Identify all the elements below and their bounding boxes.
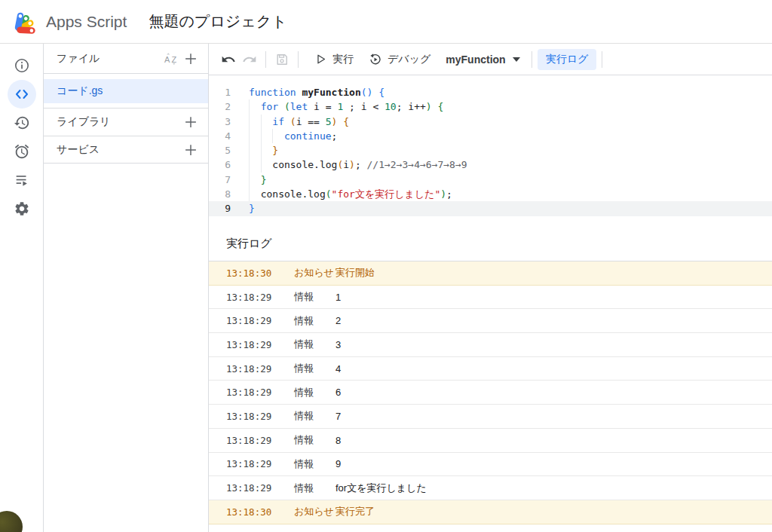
line-number: 1 — [209, 85, 240, 99]
code-line[interactable]: 6 console.log(i); //1→2→3→4→6→7→8→9 — [209, 157, 772, 172]
code-line[interactable]: 3 if (i == 5) { — [209, 115, 772, 129]
log-type: 情報 — [294, 386, 335, 399]
log-message: 3 — [335, 339, 341, 350]
log-type: 情報 — [294, 482, 335, 495]
code-line[interactable]: 2 for (let i = 1 ; i < 10; i++) { — [209, 99, 772, 114]
code-icon — [13, 85, 31, 103]
code-text: function myFunction() { — [240, 85, 384, 99]
log-message: 7 — [335, 411, 341, 422]
apps-script-logo-icon[interactable] — [12, 8, 39, 35]
log-time: 13:18:29 — [226, 339, 294, 350]
nav-settings[interactable] — [8, 194, 36, 223]
log-type: お知らせ — [294, 505, 335, 518]
run-button[interactable]: 実行 — [310, 49, 358, 70]
log-message: 4 — [335, 363, 341, 375]
divider — [265, 51, 266, 68]
log-time: 13:18:29 — [226, 435, 294, 446]
code-text: console.log("for文を実行しました"); — [240, 187, 452, 201]
add-file-button[interactable] — [181, 49, 201, 69]
log-row: 13:18:29情報7 — [209, 405, 772, 429]
main-area: 実行 デバッグ myFunction 実行ログ 1function myFunc… — [209, 44, 772, 532]
section-libraries: ライブラリ — [44, 108, 208, 136]
code-text: console.log(i); //1→2→3→4→6→7→8→9 — [240, 157, 467, 172]
log-row: 13:18:30お知らせ実行完了 — [209, 500, 772, 524]
log-row: 13:18:29情報4 — [209, 357, 772, 381]
log-time: 13:18:29 — [226, 363, 294, 375]
line-number: 6 — [209, 157, 240, 172]
code-line[interactable]: 7 } — [209, 173, 772, 187]
save-button[interactable] — [271, 49, 293, 70]
log-row: 13:18:29情報6 — [209, 381, 772, 405]
top-bar: Apps Script 無題のプロジェクト — [0, 0, 772, 44]
project-title[interactable]: 無題のプロジェクト — [149, 11, 286, 32]
code-line[interactable]: 8 console.log("for文を実行しました"); — [209, 187, 772, 201]
libraries-label: ライブラリ — [57, 115, 181, 129]
log-row: 13:18:29情報for文を実行しました — [209, 476, 772, 500]
files-header-label: ファイル — [57, 52, 161, 66]
sort-files-button[interactable]: AZ — [161, 49, 181, 69]
log-panel-title: 実行ログ — [209, 226, 772, 261]
code-lines: 1function myFunction() {2 for (let i = 1… — [209, 85, 772, 216]
chevron-down-icon — [513, 57, 520, 62]
undo-button[interactable] — [218, 49, 239, 70]
log-message: 実行完了 — [335, 505, 375, 518]
log-row: 13:18:29情報8 — [209, 429, 772, 453]
function-selector-value: myFunction — [446, 54, 505, 66]
log-message: 2 — [335, 315, 341, 326]
line-number: 4 — [209, 129, 240, 143]
indent-guide — [249, 129, 250, 143]
code-line[interactable]: 4 continue; — [209, 129, 772, 143]
indent-guide — [249, 157, 250, 172]
code-text: continue; — [240, 129, 337, 143]
code-text: if (i == 5) { — [240, 115, 349, 129]
line-number: 8 — [209, 187, 240, 201]
code-line[interactable]: 9} — [209, 201, 772, 216]
svg-text:A: A — [164, 54, 170, 63]
log-row: 13:18:29情報3 — [209, 333, 772, 357]
indent-guide — [249, 143, 250, 157]
section-services: サービス — [44, 136, 208, 164]
log-time: 13:18:29 — [226, 482, 294, 494]
line-number: 3 — [209, 115, 240, 129]
log-rows: 13:18:30お知らせ実行開始13:18:29情報113:18:29情報213… — [209, 261, 772, 524]
log-type: 情報 — [294, 338, 335, 351]
function-selector[interactable]: myFunction — [440, 54, 525, 66]
execution-log-button[interactable]: 実行ログ — [538, 49, 597, 70]
nav-executions[interactable] — [8, 166, 36, 194]
files-panel: ファイル AZ コード.gs ライブラリ サービス — [44, 44, 209, 532]
log-row: 13:18:29情報1 — [209, 286, 772, 310]
divider — [602, 51, 602, 68]
debug-button[interactable]: デバッグ — [364, 49, 435, 70]
line-number: 7 — [209, 173, 240, 187]
log-time: 13:18:29 — [226, 292, 294, 303]
nav-project-history[interactable] — [8, 109, 36, 137]
nav-triggers[interactable] — [8, 137, 36, 166]
code-line[interactable]: 5 } — [209, 143, 772, 157]
log-type: 情報 — [294, 362, 335, 375]
log-type: 情報 — [294, 433, 335, 447]
code-line[interactable]: 1function myFunction() { — [209, 85, 772, 99]
log-type: 情報 — [294, 314, 335, 328]
redo-button[interactable] — [239, 49, 260, 70]
code-text: } — [240, 143, 278, 157]
add-service-button[interactable] — [181, 140, 201, 160]
executions-icon — [14, 172, 30, 188]
log-message: 実行開始 — [335, 266, 375, 280]
divider — [532, 51, 532, 68]
log-time: 13:18:29 — [226, 315, 294, 326]
app-name: Apps Script — [46, 13, 127, 31]
nav-overview[interactable] — [8, 51, 36, 80]
file-item-code-gs[interactable]: コード.gs — [44, 79, 208, 103]
nav-editor[interactable] — [8, 80, 36, 109]
add-library-button[interactable] — [181, 112, 201, 132]
svg-text:Z: Z — [172, 54, 177, 63]
indent-guide — [249, 173, 250, 187]
editor-toolbar: 実行 デバッグ myFunction 実行ログ — [209, 44, 772, 75]
code-editor[interactable]: 1function myFunction() {2 for (let i = 1… — [209, 75, 772, 226]
indent-guide — [261, 115, 262, 129]
history-icon — [14, 115, 30, 131]
indent-guide — [261, 157, 262, 172]
log-time: 13:18:30 — [226, 268, 294, 279]
indent-guide — [249, 187, 250, 201]
nav-rail — [0, 44, 44, 532]
